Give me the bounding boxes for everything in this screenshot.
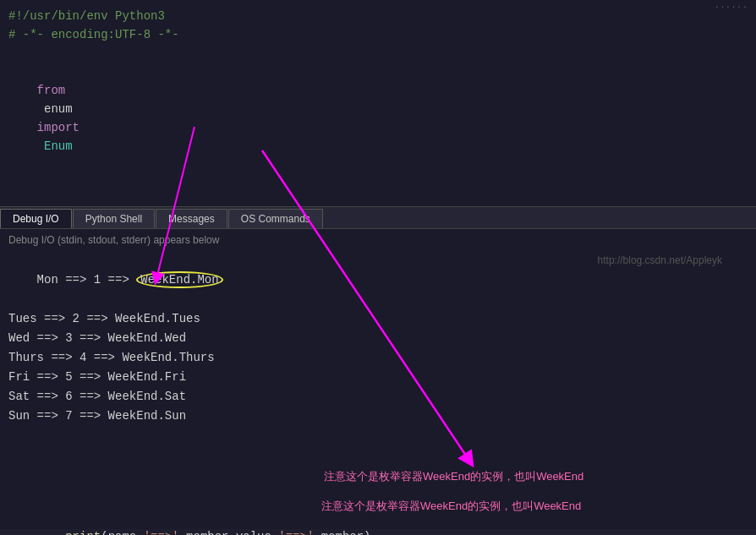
weekend-mon-highlight: WeekEnd.Mon xyxy=(136,271,222,288)
output-line-thurs: Thurs ==> 4 ==> WeekEnd.Thurs xyxy=(8,348,748,368)
code-editor: #!/usr/bin/env Python3 # -*- encoding:UT… xyxy=(0,0,756,207)
tab-debug-io[interactable]: Debug I/O xyxy=(0,209,72,228)
output-line-tues: Tues ==> 2 ==> WeekEnd.Tues xyxy=(8,309,748,329)
shebang-line: #!/usr/bin/env Python3 xyxy=(8,7,748,25)
separator: ...... xyxy=(714,0,748,10)
encoding-line: # -*- encoding:UTF-8 -*- xyxy=(8,25,748,44)
module-name: enum xyxy=(37,102,79,116)
keyword-import: import xyxy=(37,121,79,134)
import-line: from enum import Enum xyxy=(8,63,748,174)
mon-label: Mon ==> 1 ==> xyxy=(37,273,137,287)
output-line-wed: Wed ==> 3 ==> WeekEnd.Wed xyxy=(8,329,748,348)
output-line-sat: Sat ==> 6 ==> WeekEnd.Sat xyxy=(8,387,748,407)
annotation-text: 注意这个是枚举容器WeekEnd的实例，也叫WeekEnd xyxy=(321,499,581,514)
output-info: Debug I/O (stdin, stdout, stderr) appear… xyxy=(8,234,748,246)
output-line-fri: Fri ==> 5 ==> WeekEnd.Fri xyxy=(8,368,748,387)
output-area: Debug I/O (stdin, stdout, stderr) appear… xyxy=(0,229,756,529)
enum-class-name: Enum xyxy=(37,139,73,153)
tab-python-shell[interactable]: Python Shell xyxy=(73,209,155,228)
blank-line-1 xyxy=(8,44,748,63)
indent xyxy=(37,530,66,535)
output-line-sun: Sun ==> 7 ==> WeekEnd.Sun xyxy=(8,407,748,426)
print-func: print xyxy=(65,530,101,535)
print-args: (name, xyxy=(101,530,143,535)
blank-line-2 xyxy=(8,174,748,193)
watermark: http://blog.csdn.net/Appleyk xyxy=(598,254,722,266)
tab-bar: Debug I/O Python Shell Messages OS Comma… xyxy=(0,207,756,229)
tab-os-commands[interactable]: OS Commands xyxy=(228,209,323,228)
tab-messages[interactable]: Messages xyxy=(156,209,227,228)
keyword-from: from xyxy=(37,84,66,97)
